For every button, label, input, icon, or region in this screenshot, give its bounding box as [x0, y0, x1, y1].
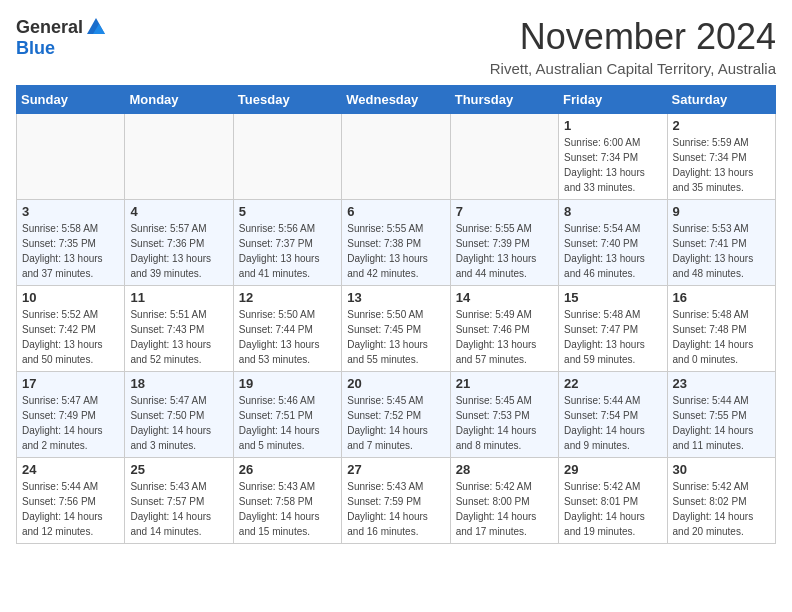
day-info: Sunrise: 5:52 AM Sunset: 7:42 PM Dayligh…	[22, 307, 119, 367]
day-number: 8	[564, 204, 661, 219]
table-row: 15Sunrise: 5:48 AM Sunset: 7:47 PM Dayli…	[559, 286, 667, 372]
day-info: Sunrise: 5:59 AM Sunset: 7:34 PM Dayligh…	[673, 135, 770, 195]
table-row: 12Sunrise: 5:50 AM Sunset: 7:44 PM Dayli…	[233, 286, 341, 372]
day-info: Sunrise: 5:42 AM Sunset: 8:02 PM Dayligh…	[673, 479, 770, 539]
day-number: 28	[456, 462, 553, 477]
day-number: 27	[347, 462, 444, 477]
table-row: 8Sunrise: 5:54 AM Sunset: 7:40 PM Daylig…	[559, 200, 667, 286]
day-info: Sunrise: 5:43 AM Sunset: 7:58 PM Dayligh…	[239, 479, 336, 539]
table-row: 17Sunrise: 5:47 AM Sunset: 7:49 PM Dayli…	[17, 372, 125, 458]
day-info: Sunrise: 5:53 AM Sunset: 7:41 PM Dayligh…	[673, 221, 770, 281]
day-info: Sunrise: 5:46 AM Sunset: 7:51 PM Dayligh…	[239, 393, 336, 453]
table-row: 27Sunrise: 5:43 AM Sunset: 7:59 PM Dayli…	[342, 458, 450, 544]
day-info: Sunrise: 5:51 AM Sunset: 7:43 PM Dayligh…	[130, 307, 227, 367]
table-row: 28Sunrise: 5:42 AM Sunset: 8:00 PM Dayli…	[450, 458, 558, 544]
day-number: 9	[673, 204, 770, 219]
day-info: Sunrise: 5:54 AM Sunset: 7:40 PM Dayligh…	[564, 221, 661, 281]
day-info: Sunrise: 5:48 AM Sunset: 7:48 PM Dayligh…	[673, 307, 770, 367]
table-row: 16Sunrise: 5:48 AM Sunset: 7:48 PM Dayli…	[667, 286, 775, 372]
day-number: 14	[456, 290, 553, 305]
day-number: 19	[239, 376, 336, 391]
day-number: 11	[130, 290, 227, 305]
day-number: 26	[239, 462, 336, 477]
table-row: 29Sunrise: 5:42 AM Sunset: 8:01 PM Dayli…	[559, 458, 667, 544]
table-row: 10Sunrise: 5:52 AM Sunset: 7:42 PM Dayli…	[17, 286, 125, 372]
day-number: 3	[22, 204, 119, 219]
day-info: Sunrise: 5:50 AM Sunset: 7:45 PM Dayligh…	[347, 307, 444, 367]
logo-icon	[85, 16, 107, 38]
day-number: 7	[456, 204, 553, 219]
page-container: General Blue November 2024 Rivett, Austr…	[0, 0, 792, 554]
calendar-week-row: 3Sunrise: 5:58 AM Sunset: 7:35 PM Daylig…	[17, 200, 776, 286]
day-info: Sunrise: 5:47 AM Sunset: 7:49 PM Dayligh…	[22, 393, 119, 453]
table-row: 22Sunrise: 5:44 AM Sunset: 7:54 PM Dayli…	[559, 372, 667, 458]
table-row	[450, 114, 558, 200]
day-number: 22	[564, 376, 661, 391]
calendar-header-row: Sunday Monday Tuesday Wednesday Thursday…	[17, 86, 776, 114]
day-info: Sunrise: 5:55 AM Sunset: 7:39 PM Dayligh…	[456, 221, 553, 281]
table-row: 21Sunrise: 5:45 AM Sunset: 7:53 PM Dayli…	[450, 372, 558, 458]
logo-blue-text: Blue	[16, 38, 55, 58]
day-number: 21	[456, 376, 553, 391]
col-thursday: Thursday	[450, 86, 558, 114]
table-row: 20Sunrise: 5:45 AM Sunset: 7:52 PM Dayli…	[342, 372, 450, 458]
day-info: Sunrise: 5:56 AM Sunset: 7:37 PM Dayligh…	[239, 221, 336, 281]
table-row: 25Sunrise: 5:43 AM Sunset: 7:57 PM Dayli…	[125, 458, 233, 544]
location-subtitle: Rivett, Australian Capital Territory, Au…	[490, 60, 776, 77]
col-monday: Monday	[125, 86, 233, 114]
day-number: 18	[130, 376, 227, 391]
table-row: 26Sunrise: 5:43 AM Sunset: 7:58 PM Dayli…	[233, 458, 341, 544]
day-number: 16	[673, 290, 770, 305]
table-row	[17, 114, 125, 200]
col-tuesday: Tuesday	[233, 86, 341, 114]
day-info: Sunrise: 5:42 AM Sunset: 8:01 PM Dayligh…	[564, 479, 661, 539]
table-row: 24Sunrise: 5:44 AM Sunset: 7:56 PM Dayli…	[17, 458, 125, 544]
day-number: 12	[239, 290, 336, 305]
day-number: 20	[347, 376, 444, 391]
table-row: 9Sunrise: 5:53 AM Sunset: 7:41 PM Daylig…	[667, 200, 775, 286]
day-number: 17	[22, 376, 119, 391]
table-row: 13Sunrise: 5:50 AM Sunset: 7:45 PM Dayli…	[342, 286, 450, 372]
day-number: 6	[347, 204, 444, 219]
table-row: 2Sunrise: 5:59 AM Sunset: 7:34 PM Daylig…	[667, 114, 775, 200]
day-number: 5	[239, 204, 336, 219]
table-row: 23Sunrise: 5:44 AM Sunset: 7:55 PM Dayli…	[667, 372, 775, 458]
day-number: 24	[22, 462, 119, 477]
col-friday: Friday	[559, 86, 667, 114]
table-row: 14Sunrise: 5:49 AM Sunset: 7:46 PM Dayli…	[450, 286, 558, 372]
day-info: Sunrise: 5:44 AM Sunset: 7:55 PM Dayligh…	[673, 393, 770, 453]
day-info: Sunrise: 5:44 AM Sunset: 7:56 PM Dayligh…	[22, 479, 119, 539]
table-row: 18Sunrise: 5:47 AM Sunset: 7:50 PM Dayli…	[125, 372, 233, 458]
day-number: 1	[564, 118, 661, 133]
table-row: 5Sunrise: 5:56 AM Sunset: 7:37 PM Daylig…	[233, 200, 341, 286]
table-row: 1Sunrise: 6:00 AM Sunset: 7:34 PM Daylig…	[559, 114, 667, 200]
day-number: 10	[22, 290, 119, 305]
calendar-week-row: 17Sunrise: 5:47 AM Sunset: 7:49 PM Dayli…	[17, 372, 776, 458]
table-row: 19Sunrise: 5:46 AM Sunset: 7:51 PM Dayli…	[233, 372, 341, 458]
day-info: Sunrise: 5:58 AM Sunset: 7:35 PM Dayligh…	[22, 221, 119, 281]
table-row	[125, 114, 233, 200]
day-info: Sunrise: 5:44 AM Sunset: 7:54 PM Dayligh…	[564, 393, 661, 453]
table-row	[342, 114, 450, 200]
table-row: 3Sunrise: 5:58 AM Sunset: 7:35 PM Daylig…	[17, 200, 125, 286]
day-number: 30	[673, 462, 770, 477]
day-number: 13	[347, 290, 444, 305]
table-row: 30Sunrise: 5:42 AM Sunset: 8:02 PM Dayli…	[667, 458, 775, 544]
day-info: Sunrise: 5:47 AM Sunset: 7:50 PM Dayligh…	[130, 393, 227, 453]
calendar-week-row: 10Sunrise: 5:52 AM Sunset: 7:42 PM Dayli…	[17, 286, 776, 372]
logo-general-text: General	[16, 17, 83, 38]
month-title: November 2024	[490, 16, 776, 58]
col-saturday: Saturday	[667, 86, 775, 114]
day-info: Sunrise: 5:45 AM Sunset: 7:52 PM Dayligh…	[347, 393, 444, 453]
day-info: Sunrise: 5:57 AM Sunset: 7:36 PM Dayligh…	[130, 221, 227, 281]
day-info: Sunrise: 5:55 AM Sunset: 7:38 PM Dayligh…	[347, 221, 444, 281]
logo: General Blue	[16, 16, 107, 59]
day-number: 4	[130, 204, 227, 219]
col-wednesday: Wednesday	[342, 86, 450, 114]
day-info: Sunrise: 5:43 AM Sunset: 7:57 PM Dayligh…	[130, 479, 227, 539]
table-row	[233, 114, 341, 200]
calendar-week-row: 1Sunrise: 6:00 AM Sunset: 7:34 PM Daylig…	[17, 114, 776, 200]
day-number: 23	[673, 376, 770, 391]
day-info: Sunrise: 5:49 AM Sunset: 7:46 PM Dayligh…	[456, 307, 553, 367]
day-info: Sunrise: 5:45 AM Sunset: 7:53 PM Dayligh…	[456, 393, 553, 453]
